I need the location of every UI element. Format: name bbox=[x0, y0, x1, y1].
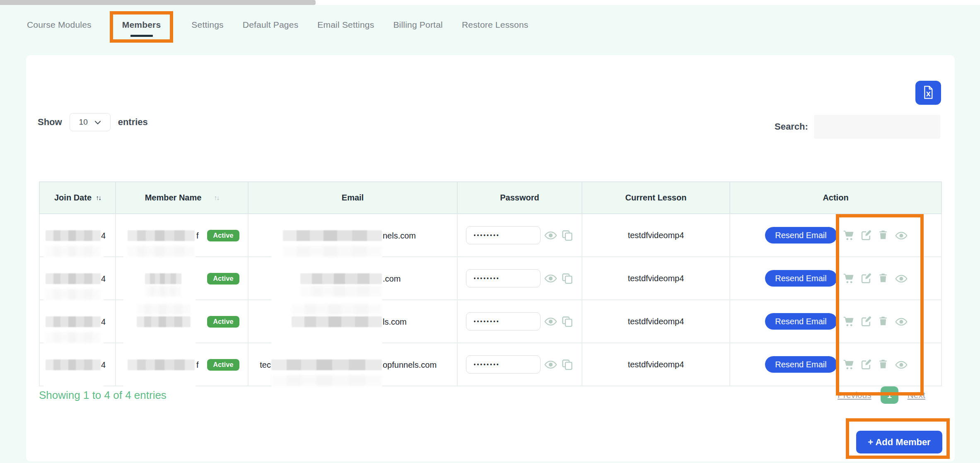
current-lesson-cell: testdfvideomp4 bbox=[582, 343, 730, 386]
pagination: Previous 1 Next bbox=[838, 386, 925, 404]
table-row: testdfvideomp4 Resend Email bbox=[39, 257, 942, 300]
members-table: Join Date ↑↓ Member Name ↑↓ Email Passwo… bbox=[39, 181, 942, 386]
eye-icon[interactable] bbox=[544, 272, 557, 285]
chevron-down-icon bbox=[94, 118, 101, 127]
password-field[interactable] bbox=[466, 269, 541, 287]
edit-icon[interactable] bbox=[860, 359, 872, 370]
eye-icon[interactable] bbox=[895, 229, 907, 241]
current-lesson-cell: testdfvideomp4 bbox=[582, 300, 730, 343]
current-lesson-value: testdfvideomp4 bbox=[628, 360, 684, 369]
copy-icon[interactable] bbox=[561, 272, 574, 285]
tab-bar: Course Modules Members Settings Default … bbox=[27, 20, 529, 30]
sort-arrows-icon: ↑↓ bbox=[214, 194, 219, 202]
trash-icon[interactable] bbox=[878, 229, 889, 241]
show-label: Show bbox=[38, 117, 62, 128]
shopping-cart-icon[interactable] bbox=[843, 272, 854, 284]
current-lesson-cell: testdfvideomp4 bbox=[582, 257, 730, 300]
page-number-button[interactable]: 1 bbox=[881, 386, 898, 404]
password-header-label: Password bbox=[500, 193, 539, 203]
join-date-cell bbox=[39, 343, 116, 386]
sort-arrows-icon: ↑↓ bbox=[96, 194, 101, 202]
eye-icon[interactable] bbox=[544, 315, 557, 328]
add-member-button[interactable]: + Add Member bbox=[856, 431, 942, 453]
page-size-select[interactable]: 10 bbox=[70, 113, 111, 131]
tab-course-modules[interactable]: Course Modules bbox=[27, 20, 92, 30]
resend-email-button[interactable]: Resend Email bbox=[765, 356, 837, 373]
resend-email-button[interactable]: Resend Email bbox=[765, 227, 837, 244]
eye-icon[interactable] bbox=[544, 358, 557, 371]
top-strip bbox=[0, 0, 980, 5]
tab-default-pages[interactable]: Default Pages bbox=[243, 20, 299, 30]
table-row: testdfvideomp4 Resend Email bbox=[39, 214, 942, 257]
eye-icon[interactable] bbox=[895, 272, 907, 284]
table-row: testdfvideomp4 Resend Email bbox=[39, 343, 942, 386]
column-header-join-date[interactable]: Join Date ↑↓ bbox=[39, 181, 116, 214]
current-lesson-value: testdfvideomp4 bbox=[628, 231, 684, 240]
column-header-action: Action bbox=[730, 181, 942, 214]
password-cell bbox=[458, 214, 582, 257]
window-drag-bar bbox=[0, 0, 316, 5]
email-cell bbox=[249, 214, 458, 257]
action-header-label: Action bbox=[823, 193, 848, 203]
active-tab-underline bbox=[130, 35, 153, 37]
tab-email-settings[interactable]: Email Settings bbox=[317, 20, 374, 30]
resend-email-button[interactable]: Resend Email bbox=[765, 313, 837, 330]
page-size-value: 10 bbox=[79, 118, 88, 127]
trash-icon[interactable] bbox=[878, 359, 889, 370]
search-label: Search: bbox=[775, 121, 808, 132]
page: { "colors": { "accent_blue": "#2d5ce4", … bbox=[0, 0, 980, 463]
eye-icon[interactable] bbox=[895, 359, 907, 370]
shopping-cart-icon[interactable] bbox=[843, 229, 854, 241]
export-excel-button[interactable] bbox=[915, 81, 941, 105]
action-cell: Resend Email bbox=[730, 343, 942, 386]
edit-icon[interactable] bbox=[860, 229, 872, 241]
tab-members-label: Members bbox=[122, 20, 161, 29]
password-cell bbox=[458, 257, 582, 300]
shopping-cart-icon[interactable] bbox=[843, 359, 854, 370]
page-size-control: Show 10 entries bbox=[38, 113, 148, 131]
join-date-cell bbox=[39, 257, 116, 300]
table-header-row: Join Date ↑↓ Member Name ↑↓ Email Passwo… bbox=[39, 181, 942, 214]
action-cell: Resend Email bbox=[730, 214, 942, 257]
member-name-cell bbox=[116, 257, 249, 300]
copy-icon[interactable] bbox=[561, 229, 574, 242]
search-input[interactable] bbox=[814, 115, 940, 139]
shopping-cart-icon[interactable] bbox=[843, 316, 854, 327]
copy-icon[interactable] bbox=[561, 315, 574, 328]
password-field[interactable] bbox=[466, 312, 541, 330]
copy-icon[interactable] bbox=[561, 358, 574, 371]
column-header-current-lesson: Current Lesson bbox=[582, 181, 730, 214]
trash-icon[interactable] bbox=[878, 316, 889, 327]
password-field[interactable] bbox=[466, 226, 541, 244]
column-header-member-name[interactable]: Member Name ↑↓ bbox=[116, 181, 249, 214]
tab-restore-lessons[interactable]: Restore Lessons bbox=[462, 20, 529, 30]
edit-icon[interactable] bbox=[860, 316, 872, 327]
trash-icon[interactable] bbox=[878, 272, 889, 284]
password-cell bbox=[458, 300, 582, 343]
action-cell: Resend Email bbox=[730, 257, 942, 300]
edit-icon[interactable] bbox=[860, 272, 872, 284]
tab-members[interactable]: Members bbox=[122, 20, 161, 30]
eye-icon[interactable] bbox=[895, 316, 907, 327]
email-cell bbox=[249, 257, 458, 300]
column-header-email: Email bbox=[249, 181, 458, 214]
eye-icon[interactable] bbox=[544, 229, 557, 242]
password-field[interactable] bbox=[466, 355, 541, 374]
tab-billing-portal[interactable]: Billing Portal bbox=[393, 20, 443, 30]
join-date-header-label: Join Date bbox=[54, 193, 92, 203]
entries-label: entries bbox=[118, 117, 148, 128]
email-cell bbox=[249, 300, 458, 343]
member-name-cell bbox=[116, 343, 249, 386]
current-lesson-header-label: Current Lesson bbox=[625, 193, 687, 203]
previous-page-link[interactable]: Previous bbox=[838, 390, 871, 400]
table-row: testdfvideomp4 Resend Email bbox=[39, 300, 942, 343]
current-lesson-value: testdfvideomp4 bbox=[628, 274, 684, 283]
current-lesson-value: testdfvideomp4 bbox=[628, 317, 684, 326]
tab-settings[interactable]: Settings bbox=[191, 20, 223, 30]
next-page-link[interactable]: Next bbox=[908, 390, 925, 400]
action-cell: Resend Email bbox=[730, 300, 942, 343]
entries-summary: Showing 1 to 4 of 4 entries bbox=[39, 389, 167, 402]
resend-email-button[interactable]: Resend Email bbox=[765, 270, 837, 287]
email-cell bbox=[249, 343, 458, 386]
join-date-cell bbox=[39, 300, 116, 343]
